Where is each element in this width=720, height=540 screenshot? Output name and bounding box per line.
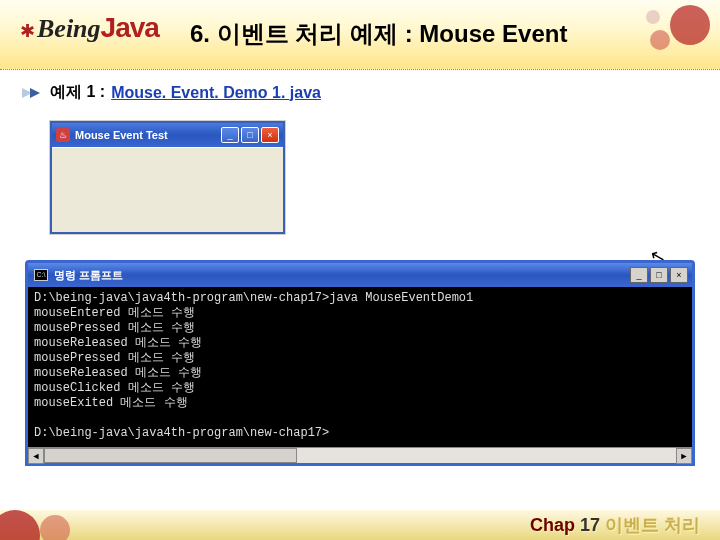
cmd-close-button[interactable]: ×: [670, 267, 688, 283]
cmd-horizontal-scrollbar[interactable]: ◄ ►: [28, 447, 692, 463]
command-prompt-window: C:\ 명령 프롬프트 _ □ × D:\being-java\java4th-…: [25, 260, 695, 466]
chapter-number: 17: [580, 515, 600, 535]
cmd-minimize-button[interactable]: _: [630, 267, 648, 283]
logo-being-text: Being: [37, 14, 101, 44]
close-button[interactable]: ×: [261, 127, 279, 143]
example-link[interactable]: Mouse. Event. Demo 1. java: [111, 84, 321, 102]
scroll-track[interactable]: [44, 448, 676, 463]
scroll-right-button[interactable]: ►: [676, 448, 692, 464]
logo-java-text: Java: [101, 12, 159, 44]
example-label: 예제 1 :: [50, 82, 105, 103]
example-heading: 예제 1 : Mouse. Event. Demo 1. java: [30, 82, 690, 103]
cmd-title: 명령 프롬프트: [54, 268, 630, 283]
footer-decoration: [0, 510, 120, 540]
minimize-button[interactable]: _: [221, 127, 239, 143]
demo-app-title: Mouse Event Test: [75, 129, 221, 141]
java-app-icon: ♨: [56, 128, 70, 142]
arrow-bullet-icon: [30, 88, 40, 98]
demo-app-titlebar[interactable]: ♨ Mouse Event Test _ □ ×: [52, 123, 283, 147]
cmd-output[interactable]: D:\being-java\java4th-program\new-chap17…: [28, 287, 692, 447]
cmd-titlebar[interactable]: C:\ 명령 프롬프트 _ □ ×: [28, 263, 692, 287]
footer: Chap 17 이벤트 처리: [0, 510, 720, 540]
demo-app-body[interactable]: [52, 147, 283, 232]
demo-app-window: ♨ Mouse Event Test _ □ ×: [50, 121, 285, 234]
logo-star-icon: ✱: [20, 20, 35, 42]
scroll-left-button[interactable]: ◄: [28, 448, 44, 464]
cmd-icon: C:\: [34, 269, 48, 281]
maximize-button[interactable]: □: [241, 127, 259, 143]
scroll-thumb[interactable]: [44, 448, 297, 463]
logo: ✱ Being Java: [20, 12, 159, 44]
content-area: 예제 1 : Mouse. Event. Demo 1. java ♨ Mous…: [30, 82, 690, 264]
chapter-label: Chap: [530, 515, 575, 535]
slide-title: 6. 이벤트 처리 예제 : Mouse Event: [190, 18, 567, 50]
chapter-subtitle: 이벤트 처리: [605, 515, 700, 535]
header-decoration: [600, 0, 720, 60]
cmd-maximize-button[interactable]: □: [650, 267, 668, 283]
